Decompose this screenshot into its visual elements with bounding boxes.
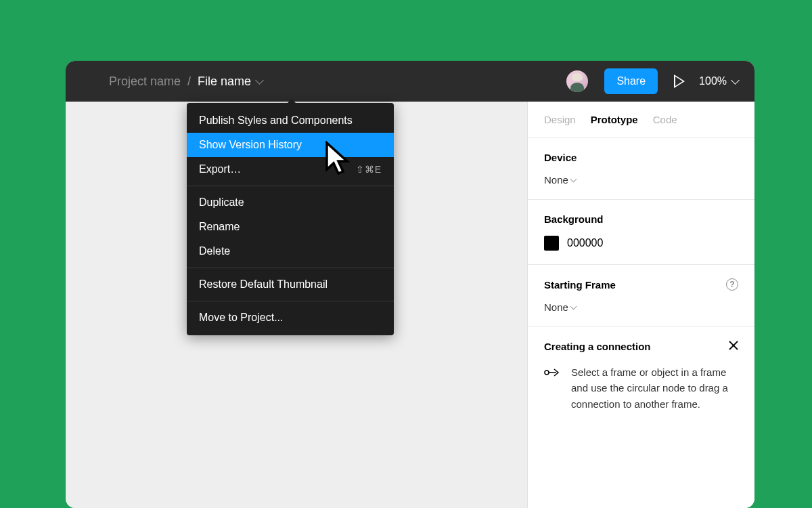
menu-item-label: Duplicate xyxy=(199,196,244,209)
menu-item-label: Show Version History xyxy=(199,139,302,151)
device-title: Device xyxy=(544,152,577,163)
menu-divider xyxy=(187,268,394,268)
menu-divider xyxy=(187,301,394,301)
background-color-row[interactable]: 000000 xyxy=(544,236,738,251)
tab-code[interactable]: Code xyxy=(653,114,677,125)
hint-body: Select a frame or object in a frame and … xyxy=(544,364,738,412)
starting-frame-section: Starting Frame ? None xyxy=(528,265,754,327)
help-icon[interactable]: ? xyxy=(726,278,738,291)
hint-header: Creating a connection xyxy=(544,341,738,352)
starting-frame-selector[interactable]: None xyxy=(544,301,738,313)
share-button[interactable]: Share xyxy=(604,68,658,94)
play-icon[interactable] xyxy=(674,76,683,87)
svg-point-0 xyxy=(545,371,549,375)
topbar: Project name / File name Share 100% xyxy=(66,61,754,102)
menu-item-label: Export… xyxy=(199,163,241,175)
right-panel: Design Prototype Code Device None Backgr… xyxy=(527,102,754,508)
menu-item-publish[interactable]: Publish Styles and Components xyxy=(187,108,394,133)
background-title: Background xyxy=(544,213,604,225)
file-name-label: File name xyxy=(198,75,251,89)
device-value: None xyxy=(544,174,568,186)
starting-frame-value: None xyxy=(544,301,568,313)
device-header: Device xyxy=(544,152,738,163)
chevron-down-icon xyxy=(570,303,577,310)
avatar[interactable] xyxy=(566,70,588,92)
breadcrumb-separator: / xyxy=(187,75,191,89)
menu-item-label: Move to Project... xyxy=(199,312,284,324)
dropdown-caret xyxy=(287,99,296,104)
menu-item-label: Delete xyxy=(199,245,230,257)
connection-icon xyxy=(544,366,562,382)
background-section: Background 000000 xyxy=(528,200,754,265)
main-area: Publish Styles and Components Show Versi… xyxy=(66,102,754,508)
device-section: Device None xyxy=(528,138,754,200)
menu-item-move-project[interactable]: Move to Project... xyxy=(187,305,394,330)
chevron-down-icon xyxy=(255,76,264,85)
chevron-down-icon xyxy=(570,175,577,182)
topbar-right: Share 100% xyxy=(566,68,738,94)
background-value: 000000 xyxy=(567,237,603,249)
tab-prototype[interactable]: Prototype xyxy=(591,114,638,125)
device-selector[interactable]: None xyxy=(544,174,738,186)
menu-shortcut: ⇧⌘E xyxy=(356,164,382,175)
menu-item-duplicate[interactable]: Duplicate xyxy=(187,190,394,215)
menu-item-export[interactable]: Export… ⇧⌘E xyxy=(187,157,394,182)
hint-title: Creating a connection xyxy=(544,341,651,352)
menu-item-label: Restore Default Thumbnail xyxy=(199,278,328,291)
zoom-value: 100% xyxy=(699,75,727,87)
hint-text: Select a frame or object in a frame and … xyxy=(571,364,738,412)
color-swatch[interactable] xyxy=(544,236,559,251)
canvas-area[interactable]: Publish Styles and Components Show Versi… xyxy=(66,102,527,508)
zoom-control[interactable]: 100% xyxy=(699,75,738,87)
chevron-down-icon xyxy=(731,76,740,85)
breadcrumb: Project name / File name xyxy=(109,75,566,89)
file-dropdown-menu: Publish Styles and Components Show Versi… xyxy=(187,103,394,335)
app-window: Project name / File name Share 100% Publ… xyxy=(66,61,754,508)
file-name-dropdown[interactable]: File name xyxy=(198,75,263,89)
panel-tabs: Design Prototype Code xyxy=(528,102,754,138)
project-name[interactable]: Project name xyxy=(109,75,181,89)
menu-item-version-history[interactable]: Show Version History xyxy=(187,133,394,157)
menu-item-rename[interactable]: Rename xyxy=(187,215,394,239)
hint-section: Creating a connection Select a frame or … xyxy=(528,327,754,425)
starting-frame-header: Starting Frame ? xyxy=(544,278,738,291)
menu-divider xyxy=(187,186,394,186)
close-icon[interactable] xyxy=(729,341,738,352)
starting-frame-title: Starting Frame xyxy=(544,279,616,291)
tab-design[interactable]: Design xyxy=(544,114,576,125)
menu-item-restore-thumbnail[interactable]: Restore Default Thumbnail xyxy=(187,272,394,297)
menu-item-label: Publish Styles and Components xyxy=(199,114,353,127)
background-header: Background xyxy=(544,213,738,225)
menu-item-delete[interactable]: Delete xyxy=(187,239,394,263)
menu-item-label: Rename xyxy=(199,221,240,233)
